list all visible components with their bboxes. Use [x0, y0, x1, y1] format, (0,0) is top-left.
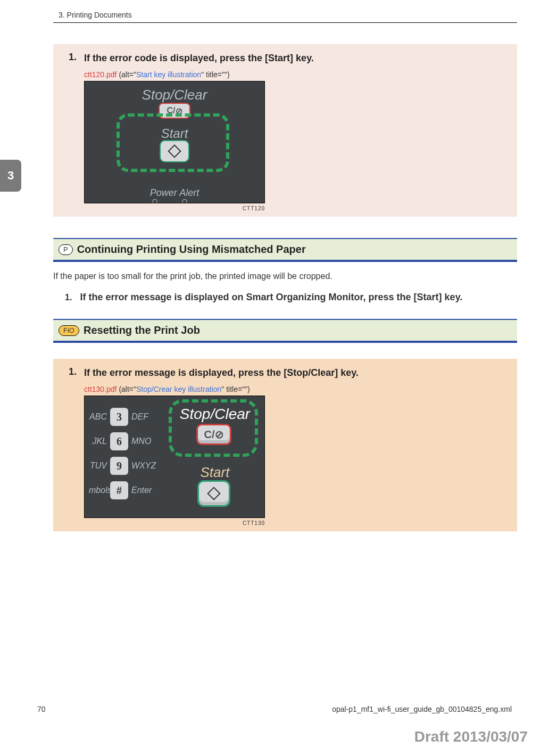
step-instruction: If the error message is displayed, press…	[84, 366, 506, 380]
section-heading-bar: FiO Resetting the Print Job	[53, 319, 517, 343]
start-button-graphic	[160, 140, 189, 162]
start-label: Start	[170, 464, 260, 481]
step-block-1: 1. If the error code is displayed, press…	[53, 44, 517, 217]
image-alt-text: Start key illustration	[136, 70, 201, 79]
chapter-header: 3. Printing Documents	[59, 11, 517, 19]
indicator-arcs: ∩ ∩	[85, 195, 264, 203]
figure-caption: CTT120	[84, 206, 265, 211]
start-button-graphic	[197, 480, 230, 507]
stop-clear-label: Stop/Clear	[170, 406, 260, 423]
key-hash: #	[110, 481, 128, 499]
section-resetting-print-job: FiO Resetting the Print Job	[53, 319, 517, 343]
section-heading-bar: P Continuing Printing Using Mismatched P…	[53, 238, 517, 262]
key-3: 3	[110, 408, 128, 426]
header-divider	[53, 22, 517, 23]
start-key-illustration: Stop/Clear C/⊘ Start Power Alert ∩ ∩	[84, 81, 265, 203]
ordered-step: 1. If the error message is displayed on …	[65, 292, 517, 303]
section-continuing-printing: P Continuing Printing Using Mismatched P…	[53, 238, 517, 303]
key-6: 6	[110, 432, 128, 450]
step-number: 1.	[65, 293, 78, 302]
fio-badge: FiO	[59, 325, 79, 336]
start-label: Start	[85, 126, 264, 141]
diamond-icon	[207, 487, 220, 500]
step-block-2: 1. If the error message is displayed, pr…	[53, 359, 517, 531]
chapter-tab: 3	[0, 160, 21, 192]
draft-watermark: Draft 2013/03/07	[414, 728, 528, 745]
key-9: 9	[110, 457, 128, 475]
image-metadata: ctt120.pdf (alt="Start key illustration"…	[84, 70, 506, 79]
section-body-text: If the paper is too small for the print …	[53, 272, 517, 281]
step-number: 1.	[64, 366, 77, 526]
step-instruction: If the error message is displayed on Sma…	[80, 292, 462, 302]
image-alt-text: Stop/Crear key illustration	[136, 385, 221, 393]
keypad-column: ABC3DEF JKL6MNO TUV9WXYZ mbols#Enter	[89, 408, 154, 499]
image-metadata: ctt130.pdf (alt="Stop/Crear key illustra…	[84, 385, 506, 393]
page-number: 70	[37, 705, 46, 713]
figure-caption: CTT130	[84, 520, 265, 526]
section-title: Continuing Printing Using Mismatched Pap…	[77, 243, 306, 256]
source-filename: opal-p1_mf1_wi-fi_user_guide_gb_00104825…	[332, 705, 512, 713]
p-badge: P	[59, 244, 73, 255]
image-filename: ctt120.pdf	[84, 70, 117, 79]
diamond-icon	[168, 144, 181, 158]
page-footer: 70 opal-p1_mf1_wi-fi_user_guide_gb_00104…	[37, 705, 512, 713]
step-number: 1.	[64, 52, 77, 211]
stop-clear-label: Stop/Clear	[85, 87, 264, 103]
step-instruction: If the error code is displayed, press th…	[84, 52, 506, 65]
section-title: Resetting the Print Job	[84, 324, 200, 336]
stop-clear-key-illustration: ABC3DEF JKL6MNO TUV9WXYZ mbols#Enter Sto…	[84, 396, 265, 518]
image-filename: ctt130.pdf	[84, 385, 117, 393]
stop-clear-button-graphic: C/⊘	[196, 424, 231, 445]
